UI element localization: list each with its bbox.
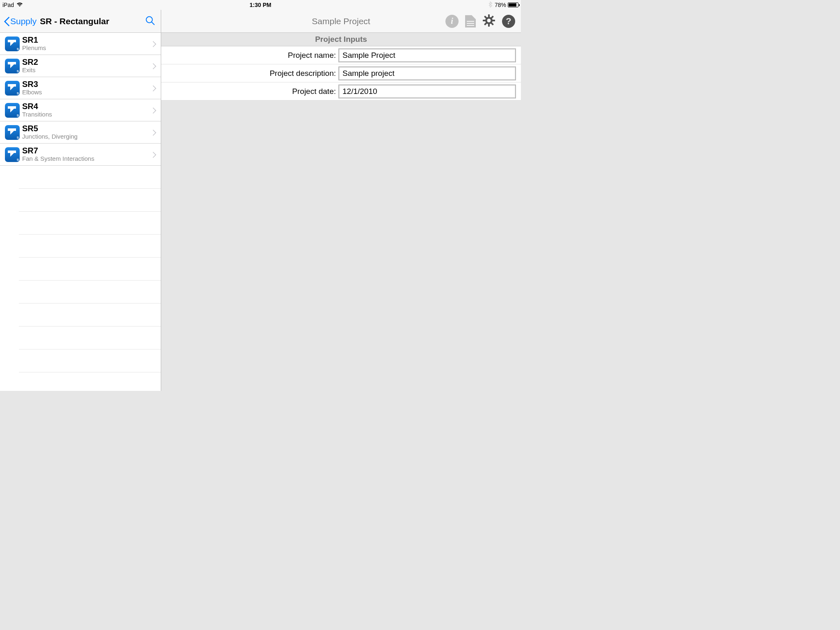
svg-point-11 <box>487 18 491 22</box>
chevron-right-icon <box>152 41 156 47</box>
back-label: Supply <box>10 16 37 26</box>
list-item[interactable]: SSR3Elbows <box>0 77 161 99</box>
list-item[interactable]: SSR7Fan & System Interactions <box>0 144 161 166</box>
chevron-left-icon <box>4 17 9 26</box>
info-button[interactable]: i <box>445 15 459 28</box>
wifi-icon <box>16 2 23 8</box>
section-header: Project Inputs <box>161 33 521 46</box>
status-left: iPad <box>2 2 23 8</box>
list-item-text: SR2Exits <box>22 58 152 73</box>
main-panel: Sample Project i <box>161 10 521 391</box>
battery-icon <box>508 2 518 7</box>
duct-icon: S <box>5 81 20 96</box>
field-label: Project date: <box>168 87 338 96</box>
main-actions: i <box>445 14 515 29</box>
chevron-right-icon <box>152 107 156 114</box>
sidebar-title: SR - Rectangular <box>40 16 109 26</box>
list-item-sub: Plenums <box>22 44 152 51</box>
form-row: Project description: <box>161 64 521 82</box>
chevron-right-icon <box>152 63 156 69</box>
field-input-0[interactable] <box>338 48 516 62</box>
sidebar-list[interactable]: SSR1PlenumsSSR2ExitsSSR3ElbowsSSR4Transi… <box>0 33 161 391</box>
sidebar-navbar: Supply SR - Rectangular <box>0 10 161 33</box>
page-title: Sample Project <box>312 16 370 26</box>
chevron-right-icon <box>152 151 156 158</box>
duct-icon: S <box>5 59 20 73</box>
list-item-text: SR1Plenums <box>22 36 152 51</box>
list-item-title: SR2 <box>22 58 152 66</box>
status-right: 78% <box>488 2 518 9</box>
svg-rect-3 <box>488 14 490 17</box>
main-navbar: Sample Project i <box>161 10 521 33</box>
list-item-text: SR4Transitions <box>22 102 152 118</box>
empty-row <box>19 258 161 281</box>
list-item-text: SR7Fan & System Interactions <box>22 146 152 162</box>
form-row: Project date: <box>161 82 521 100</box>
empty-row <box>19 189 161 212</box>
field-input-1[interactable] <box>338 66 516 80</box>
search-button[interactable] <box>145 16 155 27</box>
list-item-sub: Fan & System Interactions <box>22 155 152 162</box>
svg-rect-6 <box>492 20 495 21</box>
empty-row <box>19 166 161 189</box>
list-item-title: SR1 <box>22 36 152 44</box>
gear-icon <box>482 14 495 27</box>
list-item-sub: Elbows <box>22 89 152 96</box>
list-item[interactable]: SSR5Junctions, Diverging <box>0 121 161 144</box>
svg-rect-5 <box>483 20 486 21</box>
list-item-title: SR3 <box>22 80 152 89</box>
svg-point-0 <box>146 16 153 23</box>
field-label: Project description: <box>168 69 338 78</box>
list-item[interactable]: SSR2Exits <box>0 55 161 77</box>
chevron-right-icon <box>152 85 156 91</box>
form-row: Project name: <box>161 46 521 64</box>
duct-icon: S <box>5 147 20 162</box>
svg-line-1 <box>152 22 154 25</box>
info-icon: i <box>451 16 453 26</box>
help-button[interactable]: ? <box>502 15 515 28</box>
status-bar: iPad 1:30 PM 78% <box>0 0 521 10</box>
list-item-sub: Exits <box>22 66 152 73</box>
field-label: Project name: <box>168 51 338 60</box>
duct-icon: S <box>5 37 20 51</box>
empty-row <box>19 326 161 349</box>
question-icon: ? <box>506 16 511 27</box>
empty-row <box>19 304 161 326</box>
status-time: 1:30 PM <box>250 2 272 8</box>
empty-row <box>19 281 161 304</box>
list-item-sub: Junctions, Diverging <box>22 133 152 140</box>
list-item-title: SR4 <box>22 102 152 111</box>
list-item-sub: Transitions <box>22 111 152 118</box>
bluetooth-icon <box>488 2 492 9</box>
sidebar: Supply SR - Rectangular SSR1PlenumsSSR2E… <box>0 10 161 391</box>
list-item-title: SR7 <box>22 146 152 155</box>
empty-row <box>19 212 161 235</box>
search-icon <box>145 16 155 25</box>
duct-icon: S <box>5 125 20 140</box>
device-label: iPad <box>2 2 14 8</box>
field-input-2[interactable] <box>338 84 516 98</box>
back-button[interactable]: Supply <box>4 16 37 26</box>
list-item[interactable]: SSR1Plenums <box>0 33 161 55</box>
form: Project name:Project description:Project… <box>161 46 521 100</box>
empty-row <box>19 235 161 258</box>
chevron-right-icon <box>152 129 156 136</box>
battery-percent: 78% <box>495 2 506 8</box>
list-item-text: SR5Junctions, Diverging <box>22 124 152 140</box>
empty-row <box>19 349 161 372</box>
document-button[interactable] <box>465 15 476 27</box>
list-item[interactable]: SSR4Transitions <box>0 99 161 121</box>
svg-rect-4 <box>488 24 490 27</box>
list-item-text: SR3Elbows <box>22 80 152 96</box>
list-item-title: SR5 <box>22 124 152 133</box>
empty-row <box>19 372 161 391</box>
settings-button[interactable] <box>482 14 495 29</box>
duct-icon: S <box>5 103 20 118</box>
